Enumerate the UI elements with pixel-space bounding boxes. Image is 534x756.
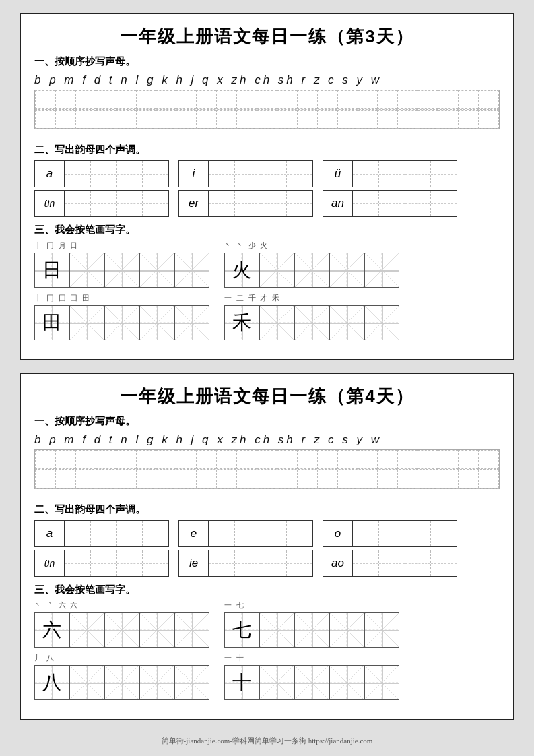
char-box-empty[interactable]	[104, 612, 139, 648]
line-cell[interactable]	[458, 90, 478, 109]
line-cell[interactable]	[277, 90, 297, 109]
char-box-empty[interactable]	[139, 253, 174, 288]
line-cell[interactable]	[317, 470, 337, 489]
line-cell[interactable]	[116, 110, 136, 129]
line-cell[interactable]	[136, 110, 156, 129]
line-cell[interactable]	[478, 110, 499, 129]
char-box-empty[interactable]	[139, 665, 174, 700]
line-cell[interactable]	[438, 90, 458, 109]
char-box-empty[interactable]	[104, 305, 139, 340]
line-cell[interactable]	[75, 110, 96, 129]
line-cell[interactable]	[397, 90, 418, 109]
line-cell[interactable]	[397, 110, 418, 129]
char-box-empty[interactable]	[104, 253, 139, 288]
line-cell[interactable]	[377, 450, 397, 469]
char-box-empty[interactable]	[139, 305, 174, 340]
line-cell[interactable]	[438, 470, 458, 489]
line-cell[interactable]	[55, 90, 75, 109]
line-cell[interactable]	[418, 470, 438, 489]
line-cell[interactable]	[337, 90, 358, 109]
line-cell[interactable]	[35, 450, 55, 469]
line-cell[interactable]	[257, 90, 277, 109]
line-cell[interactable]	[418, 110, 438, 129]
char-box-empty[interactable]	[69, 253, 104, 288]
line-cell[interactable]	[458, 470, 478, 489]
char-box-empty[interactable]	[364, 305, 399, 340]
line-cell[interactable]	[216, 450, 236, 469]
line-cell[interactable]	[358, 110, 378, 129]
char-box-empty[interactable]	[69, 612, 104, 648]
char-box-empty[interactable]	[259, 612, 294, 648]
line-cell[interactable]	[196, 470, 216, 489]
line-cell[interactable]	[96, 110, 116, 129]
line-cell[interactable]	[136, 90, 156, 109]
line-cell[interactable]	[257, 450, 277, 469]
line-cell[interactable]	[116, 450, 136, 469]
line-cell[interactable]	[236, 110, 257, 129]
line-cell[interactable]	[75, 450, 96, 469]
line-cell[interactable]	[418, 90, 438, 109]
line-cell[interactable]	[196, 450, 216, 469]
line-cell[interactable]	[55, 450, 75, 469]
char-box-empty[interactable]	[174, 305, 209, 340]
line-cell[interactable]	[216, 90, 236, 109]
line-cell[interactable]	[358, 470, 378, 489]
line-cell[interactable]	[35, 470, 55, 489]
char-box-empty[interactable]	[69, 305, 104, 340]
line-cell[interactable]	[75, 470, 96, 489]
line-cell[interactable]	[116, 90, 136, 109]
line-cell[interactable]	[478, 470, 499, 489]
char-box-empty[interactable]	[259, 305, 294, 340]
line-cell[interactable]	[236, 90, 257, 109]
line-cell[interactable]	[297, 90, 317, 109]
line-cell[interactable]	[96, 450, 116, 469]
char-box-empty[interactable]	[294, 305, 329, 340]
line-cell[interactable]	[196, 90, 216, 109]
line-cell[interactable]	[75, 90, 96, 109]
line-cell[interactable]	[397, 450, 418, 469]
line-cell[interactable]	[397, 470, 418, 489]
char-box-empty[interactable]	[294, 612, 329, 648]
line-cell[interactable]	[136, 450, 156, 469]
line-cell[interactable]	[358, 450, 378, 469]
char-box-empty[interactable]	[329, 612, 364, 648]
char-box-empty[interactable]	[174, 253, 209, 288]
line-cell[interactable]	[317, 450, 337, 469]
char-box-empty[interactable]	[294, 253, 329, 288]
char-box-empty[interactable]	[329, 253, 364, 288]
line-cell[interactable]	[337, 110, 358, 129]
line-cell[interactable]	[337, 450, 358, 469]
line-cell[interactable]	[176, 90, 196, 109]
line-cell[interactable]	[317, 90, 337, 109]
line-cell[interactable]	[277, 470, 297, 489]
line-cell[interactable]	[35, 110, 55, 129]
line-cell[interactable]	[377, 470, 397, 489]
line-cell[interactable]	[35, 90, 55, 109]
char-box-empty[interactable]	[364, 612, 399, 648]
line-cell[interactable]	[176, 470, 196, 489]
char-box-empty[interactable]	[329, 305, 364, 340]
line-cell[interactable]	[297, 110, 317, 129]
line-cell[interactable]	[458, 450, 478, 469]
line-cell[interactable]	[96, 470, 116, 489]
char-box-empty[interactable]	[259, 665, 294, 700]
char-box-empty[interactable]	[69, 665, 104, 700]
line-cell[interactable]	[458, 110, 478, 129]
line-cell[interactable]	[438, 450, 458, 469]
line-cell[interactable]	[297, 450, 317, 469]
line-cell[interactable]	[277, 110, 297, 129]
line-cell[interactable]	[55, 470, 75, 489]
line-cell[interactable]	[216, 110, 236, 129]
line-cell[interactable]	[418, 450, 438, 469]
line-cell[interactable]	[55, 110, 75, 129]
line-cell[interactable]	[236, 470, 257, 489]
char-box-empty[interactable]	[364, 665, 399, 700]
char-box-empty[interactable]	[259, 253, 294, 288]
char-box-empty[interactable]	[174, 665, 209, 700]
line-cell[interactable]	[156, 450, 176, 469]
line-cell[interactable]	[257, 470, 277, 489]
line-cell[interactable]	[176, 450, 196, 469]
char-box-empty[interactable]	[174, 612, 209, 648]
line-cell[interactable]	[317, 110, 337, 129]
char-box-empty[interactable]	[104, 665, 139, 700]
